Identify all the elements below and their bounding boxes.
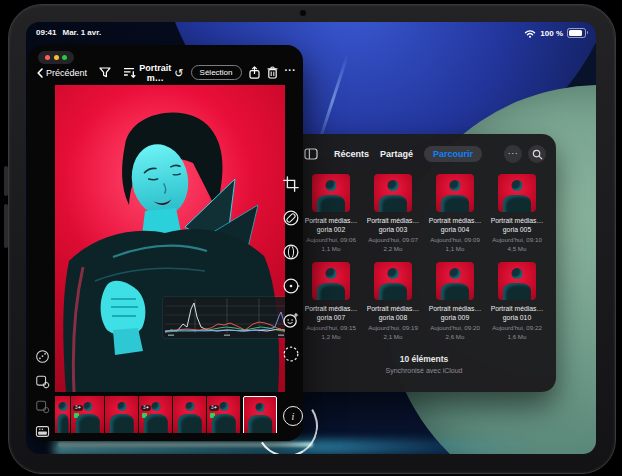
file-size: 1,1 Mo [322,245,341,252]
document-title: Portrait m… [136,63,174,83]
file-name: Portrait médias…goria 003 [360,217,426,234]
file-name: Portrait médias…goria 010 [484,305,550,322]
file-name: Portrait médias…goria 009 [422,305,488,322]
filmstrip-thumb[interactable] [55,396,70,433]
file-date: Aujourd'hui, 09:15 [306,324,356,331]
crop-icon [282,175,300,193]
tab-recents[interactable]: Récents [334,149,369,159]
files-window: Récents Partagé Parcourir ··· Portrait m… [292,134,556,392]
file-name: Portrait médias…goria 004 [422,217,488,234]
undo-button[interactable]: ↺ [174,68,183,78]
file-size: 1,2 Mo [322,333,341,340]
media-browser-button[interactable] [34,423,51,440]
file-size: 2,6 Mo [446,333,465,340]
item-count: 10 éléments [292,354,556,364]
image-icon [35,424,50,439]
sidebar-toggle-icon[interactable] [304,148,318,160]
funnel-icon [99,67,111,78]
file-size: 1,6 Mo [508,333,527,340]
file-thumbnail [498,174,536,212]
file-item[interactable]: Portrait médias…goria 010 Aujourd'hui, 0… [486,262,548,340]
filmstrip: 3✦3✦3✦ [55,396,287,433]
files-header: Récents Partagé Parcourir ··· [304,143,546,165]
file-thumbnail [312,174,350,212]
volume-down-button[interactable] [4,204,8,248]
file-item[interactable]: Portrait médias…goria 005 Aujourd'hui, 0… [486,174,548,252]
screen: 09:41 Mar. 1 avr. 100 % Récents Partagé … [26,22,596,454]
status-bar: 09:41 Mar. 1 avr. 100 % [26,26,596,40]
export-settings-button[interactable] [34,373,51,390]
tab-shared[interactable]: Partagé [380,149,413,159]
document-gear-icon [35,374,50,389]
sort-button[interactable] [123,67,136,78]
canvas-tool-column [32,348,52,440]
adjust-colors-icon [282,243,300,261]
filmstrip-thumb[interactable]: 3✦ [139,396,172,433]
editor-more-button[interactable]: ··· [285,65,297,76]
file-date: Aujourd'hui, 09:19 [368,324,418,331]
status-time: 09:41 [36,28,56,37]
editor-window: Précédent Portrait m… ↺ Sélection ··· [28,45,303,441]
rating-badge: 3✦ [209,405,219,411]
rating-badge: 3✦ [141,405,151,411]
file-thumbnail [498,262,536,300]
photo-canvas[interactable] [55,85,285,392]
volume-up-button[interactable] [4,166,8,196]
file-name: Portrait médias…goria 005 [484,217,550,234]
portrait-photo [55,85,285,392]
file-size: 1,1 Mo [446,245,465,252]
share-button[interactable] [249,66,260,79]
status-date: Mar. 1 avr. [62,28,101,37]
effects-tool-button[interactable] [280,309,302,331]
duplicate-button[interactable] [34,398,51,415]
search-button[interactable] [528,145,546,163]
crop-tool-button[interactable] [280,173,302,195]
front-camera [300,10,306,16]
tab-browse[interactable]: Parcourir [424,146,482,162]
rating-badge: 3✦ [73,405,83,411]
zoom-window-icon[interactable] [62,55,67,60]
repair-tool-button[interactable] [280,207,302,229]
file-item[interactable]: Portrait médias…goria 003 Aujourd'hui, 0… [362,174,424,252]
filmstrip-thumb[interactable] [173,396,206,433]
auto-adjust-button[interactable] [34,348,51,365]
filmstrip-thumb[interactable] [105,396,138,433]
filmstrip-thumb[interactable]: 3✦ [207,396,240,433]
selection-dashed-icon [282,345,300,363]
filter-button[interactable] [99,67,111,78]
file-grid: Portrait médias…goria 002 Aujourd'hui, 0… [292,174,556,340]
filmstrip-thumb[interactable]: 3✦ [71,396,104,433]
close-window-icon[interactable] [45,55,50,60]
filmstrip-thumb[interactable] [243,396,277,433]
adjust-colors-button[interactable] [280,241,302,263]
file-item[interactable]: Portrait médias…goria 004 Aujourd'hui, 0… [424,174,486,252]
effects-icon [282,311,300,329]
battery-percent: 100 % [540,29,563,38]
file-item[interactable]: Portrait médias…goria 008 Aujourd'hui, 0… [362,262,424,340]
more-button[interactable]: ··· [504,145,522,163]
document-sync-icon [35,399,50,414]
back-button[interactable]: Précédent [37,68,87,78]
edited-chip [74,413,79,418]
edit-tool-strip [279,173,303,365]
minimize-window-icon[interactable] [54,55,59,60]
wifi-icon [524,28,536,38]
histogram-panel [163,297,285,338]
share-icon [249,66,260,79]
repair-icon [282,209,300,227]
file-item[interactable]: Portrait médias…goria 007 Aujourd'hui, 0… [300,262,362,340]
clone-tool-button[interactable] [280,275,302,297]
file-name: Portrait médias…goria 007 [298,305,364,322]
files-tabs: Récents Partagé Parcourir [334,146,482,162]
file-item[interactable]: Portrait médias…goria 002 Aujourd'hui, 0… [300,174,362,252]
file-thumbnail [436,174,474,212]
sort-lines-icon [123,67,136,78]
file-item[interactable]: Portrait médias…goria 009 Aujourd'hui, 0… [424,262,486,340]
delete-button[interactable] [267,66,278,79]
selection-button[interactable]: Sélection [191,65,242,80]
window-controls[interactable] [38,51,74,64]
trash-icon [267,66,278,79]
files-footer: 10 éléments Synchronisé avec iCloud [292,354,556,374]
selection-tool-button[interactable] [280,343,302,365]
battery-icon [567,28,586,38]
